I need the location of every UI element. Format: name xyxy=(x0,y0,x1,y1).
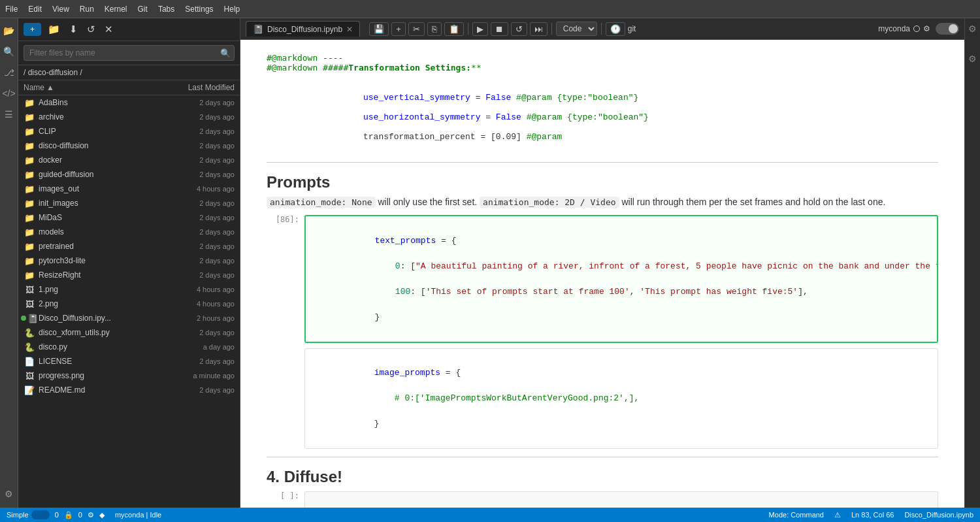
name-column-header[interactable]: Name ▲ xyxy=(24,83,163,92)
theme-toggle[interactable] xyxy=(936,23,959,35)
list-icon[interactable]: ☰ xyxy=(2,107,16,122)
transformation-cell: use_vertical_symmetry = False #@param {t… xyxy=(267,78,938,157)
file-name: disco_xform_utils.py xyxy=(39,328,163,337)
status-number2: 0 xyxy=(78,511,82,519)
list-item[interactable]: 📓 Disco_Diffusion.ipy... 2 hours ago xyxy=(18,311,240,325)
settings-right-icon2[interactable]: ⚙ xyxy=(968,54,977,64)
file-name: images_out xyxy=(39,184,163,193)
list-item[interactable]: 📁 images_out 4 hours ago xyxy=(18,182,240,196)
file-icon-2.png: 🖼 xyxy=(24,298,35,310)
file-icon-CLIP: 📁 xyxy=(24,125,35,137)
search-rail-icon[interactable]: 🔍 xyxy=(2,44,16,59)
cell-type-select[interactable]: Code xyxy=(556,22,597,36)
download-button[interactable]: ⬇ xyxy=(67,22,80,37)
add-cell-button[interactable]: + xyxy=(391,22,406,36)
search-icon: 🔍 xyxy=(220,48,231,58)
list-item[interactable]: 📁 AdaBins 2 days ago xyxy=(18,95,240,110)
status-icon2: ⚙ xyxy=(88,511,94,519)
diffuse-code[interactable]: #@title Do the Run! #@markdown `n_batche… xyxy=(304,491,938,508)
file-icon-progress.png: 🖼 xyxy=(24,370,35,382)
run-button[interactable]: ▶ xyxy=(472,22,488,36)
clock-button[interactable]: 🕐 xyxy=(606,22,625,36)
fast-forward-button[interactable]: ⏭ xyxy=(530,22,547,36)
mode-toggle-switch[interactable] xyxy=(31,510,50,519)
file-name: models xyxy=(39,227,163,237)
file-modified: a day ago xyxy=(163,343,235,351)
menu-view[interactable]: View xyxy=(52,5,69,14)
list-item[interactable]: 📁 models 2 days ago xyxy=(18,225,240,239)
cut-button[interactable]: ✂ xyxy=(408,22,425,36)
file-icon-archive: 📁 xyxy=(24,111,35,123)
file-modified: 4 hours ago xyxy=(163,185,235,193)
list-item[interactable]: 🖼 2.png 4 hours ago xyxy=(18,297,240,311)
list-item[interactable]: 🐍 disco.py a day ago xyxy=(18,340,240,354)
new-button[interactable]: + + xyxy=(24,23,41,36)
settings-rail-icon[interactable]: ⚙ xyxy=(2,487,16,501)
list-item[interactable]: 📁 init_images 2 days ago xyxy=(18,196,240,210)
file-modified: 2 days ago xyxy=(163,242,235,250)
prompts-title: Prompts xyxy=(267,173,938,191)
file-icon-pretrained: 📁 xyxy=(24,240,35,252)
settings-icon[interactable]: ⚙ xyxy=(923,24,930,33)
list-item[interactable]: 📁 pretrained 2 days ago xyxy=(18,239,240,253)
menu-tabs[interactable]: Tabs xyxy=(158,5,174,14)
search-input[interactable] xyxy=(24,45,235,61)
menu-help[interactable]: Help xyxy=(224,5,240,14)
save-button[interactable]: 💾 xyxy=(369,22,389,36)
menu-run[interactable]: Run xyxy=(80,5,94,14)
modified-column-header[interactable]: Last Modified xyxy=(163,83,235,92)
diamond-icon: ◆ xyxy=(99,511,105,519)
list-item[interactable]: 📁 disco-diffusion 2 days ago xyxy=(18,139,240,153)
menu-git[interactable]: Git xyxy=(138,5,148,14)
status-bar: Simple 0 🔒 0 ⚙ ◆ myconda | Idle Mode: Co… xyxy=(0,508,980,522)
tab-close-icon[interactable]: ✕ xyxy=(346,25,353,34)
settings-right-icon[interactable]: ⚙ xyxy=(968,24,977,34)
paste-button[interactable]: 📋 xyxy=(444,22,464,36)
list-item[interactable]: 📁 guided-diffusion 2 days ago xyxy=(18,167,240,182)
list-item[interactable]: 📁 ResizeRight 2 days ago xyxy=(18,268,240,282)
refresh-button[interactable]: ↺ xyxy=(84,22,98,37)
breadcrumb-text[interactable]: / disco-diffusion / xyxy=(24,68,82,77)
code-icon[interactable]: </> xyxy=(2,86,16,101)
list-item[interactable]: 📁 pytorch3d-lite 2 days ago xyxy=(18,253,240,268)
list-item[interactable]: 🖼 1.png 4 hours ago xyxy=(18,282,240,297)
breadcrumb: / disco-diffusion / xyxy=(18,65,240,80)
prompts-description: animation_mode: None will only use the f… xyxy=(267,197,938,207)
file-icon-ResizeRight: 📁 xyxy=(24,269,35,281)
list-item[interactable]: 📁 docker 2 days ago xyxy=(18,153,240,167)
prompts-section: Prompts animation_mode: None will only u… xyxy=(267,173,938,449)
file-modified: 2 hours ago xyxy=(163,314,235,322)
copy-button[interactable]: ⎘ xyxy=(427,22,442,36)
file-name: progress.png xyxy=(39,371,163,380)
list-item[interactable]: 📁 MiDaS 2 days ago xyxy=(18,210,240,225)
git-rail-icon[interactable]: ⎇ xyxy=(2,65,16,80)
list-item[interactable]: 🐍 disco_xform_utils.py 2 days ago xyxy=(18,325,240,340)
file-icon-README.md: 📝 xyxy=(24,384,35,396)
file-name: AdaBins xyxy=(39,98,163,107)
plus-icon: + xyxy=(30,25,35,34)
git-button[interactable]: git xyxy=(628,24,636,33)
list-item[interactable]: 📁 CLIP 2 days ago xyxy=(18,124,240,139)
file-icon-disco.py: 🐍 xyxy=(24,341,35,353)
text-prompts-code[interactable]: text_prompts = { 0: ["A beautiful painti… xyxy=(304,215,938,343)
image-prompts-code[interactable]: image_prompts = { # 0:['ImagePromptsWork… xyxy=(304,348,938,449)
file-list: 📁 AdaBins 2 days ago 📁 archive 2 days ag… xyxy=(18,95,240,508)
transformation-code[interactable]: use_vertical_symmetry = False #@param {t… xyxy=(304,78,938,157)
separator3 xyxy=(601,23,602,35)
list-item[interactable]: 📄 LICENSE 2 days ago xyxy=(18,354,240,368)
files-icon[interactable]: 📂 xyxy=(2,24,16,38)
notebook-tab[interactable]: 📓 Disco_Diffusion.ipynb ✕ xyxy=(246,21,360,37)
menu-kernel[interactable]: Kernel xyxy=(105,5,127,14)
close-sidebar-button[interactable]: ✕ xyxy=(102,22,116,37)
list-item[interactable]: 🖼 progress.png a minute ago xyxy=(18,368,240,383)
list-item[interactable]: 📝 README.md 2 days ago xyxy=(18,383,240,397)
simple-toggle[interactable]: Simple xyxy=(7,510,50,519)
folder-button[interactable]: 📁 xyxy=(45,22,63,37)
menu-file[interactable]: File xyxy=(5,5,18,14)
menu-edit[interactable]: Edit xyxy=(28,5,42,14)
simple-label: Simple xyxy=(7,511,29,519)
list-item[interactable]: 📁 archive 2 days ago xyxy=(18,110,240,124)
stop-button[interactable]: ⏹ xyxy=(491,22,508,36)
restart-button[interactable]: ↺ xyxy=(511,22,527,36)
menu-settings[interactable]: Settings xyxy=(185,5,213,14)
